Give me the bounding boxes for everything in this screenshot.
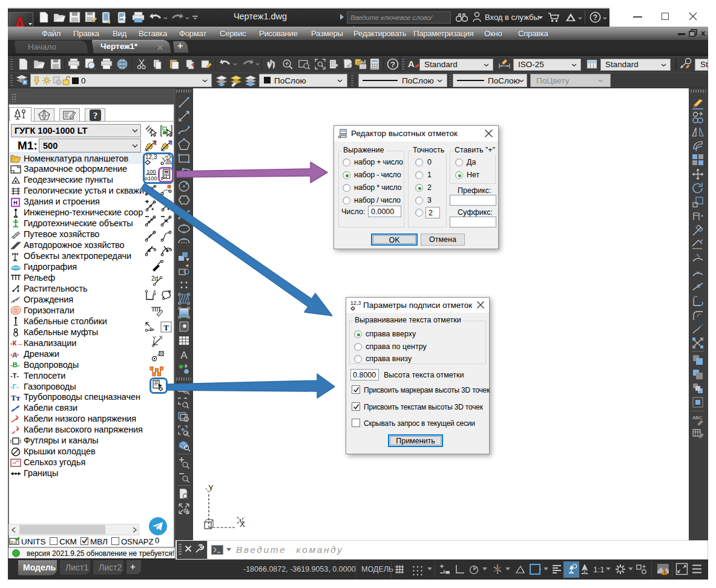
svg-text:-К→: -К→ — [10, 339, 22, 347]
svg-text:X: X — [159, 336, 163, 341]
svg-text:?: ? — [593, 13, 597, 22]
svg-text:!: ! — [664, 570, 666, 575]
svg-text:ABC: ABC — [692, 415, 703, 420]
svg-text:-д-: -д- — [10, 350, 19, 358]
svg-text:Y: Y — [153, 336, 156, 341]
svg-text:A: A — [180, 350, 188, 361]
svg-text:A: A — [408, 59, 415, 69]
svg-text:?: ? — [390, 60, 395, 69]
svg-text:-В-: -В- — [10, 361, 20, 368]
svg-text:12,3: 12,3 — [350, 300, 361, 306]
svg-text:?: ? — [93, 111, 98, 120]
svg-text:C: C — [169, 139, 172, 146]
svg-text:Z: Z — [154, 139, 157, 146]
svg-text:Y: Y — [208, 483, 214, 492]
svg-text:T: T — [163, 322, 169, 332]
svg-text:H: H — [13, 200, 18, 206]
svg-text:-Т-: -Т- — [10, 372, 19, 379]
svg-text:-Г-: -Г- — [10, 383, 19, 390]
svg-text:2d: 2d — [151, 275, 158, 282]
svg-text:X: X — [240, 520, 245, 529]
svg-text:Тт: Тт — [11, 393, 21, 402]
